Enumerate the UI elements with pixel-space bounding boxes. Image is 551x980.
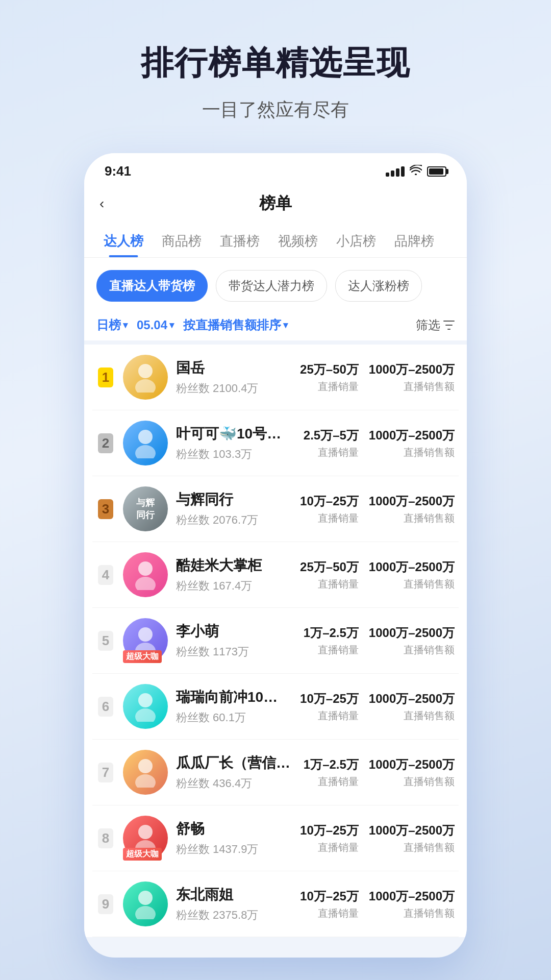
svg-point-7 xyxy=(138,627,153,642)
filter-button[interactable]: 筛选 xyxy=(416,317,455,333)
avatar xyxy=(123,881,168,926)
svg-point-16 xyxy=(135,906,156,919)
tab-product[interactable]: 商品榜 xyxy=(153,223,211,257)
stats: 1万–2.5万 直播销量 1000万–2500万 直播销售额 xyxy=(304,756,455,789)
svg-point-1 xyxy=(138,364,153,378)
avatar xyxy=(123,750,168,795)
svg-point-5 xyxy=(138,561,153,576)
svg-point-11 xyxy=(138,759,153,773)
user-info: 与辉同行 粉丝数 2076.7万 xyxy=(176,490,292,528)
user-fans: 粉丝数 2076.7万 xyxy=(176,512,292,528)
svg-point-10 xyxy=(135,708,156,722)
tab-daren[interactable]: 达人榜 xyxy=(94,223,153,257)
user-fans: 粉丝数 2100.4万 xyxy=(176,381,292,396)
svg-point-12 xyxy=(135,774,156,788)
avatar xyxy=(123,421,168,465)
user-info: 舒畅 粉丝数 1437.9万 xyxy=(176,819,292,857)
user-info: 瑞瑞向前冲10号早... 粉丝数 60.1万 xyxy=(176,688,292,725)
user-name: 瓜瓜厂长（营信工... xyxy=(176,753,295,773)
user-fans: 粉丝数 167.4万 xyxy=(176,578,292,594)
list-item[interactable]: 3 与辉同行 与辉同行 粉丝数 2076.7万 10万–25万 直播销量 100… xyxy=(92,476,459,542)
avatar xyxy=(123,552,168,597)
stats: 10万–25万 直播销量 1000万–2500万 直播销售额 xyxy=(300,888,455,920)
avatar xyxy=(123,684,168,729)
sort-date[interactable]: 05.04▾ xyxy=(137,318,174,332)
list-item[interactable]: 6 瑞瑞向前冲10号早... 粉丝数 60.1万 10万–25万 直播销量 10… xyxy=(92,674,459,740)
rank-badge: 9 xyxy=(96,894,115,914)
svg-point-0 xyxy=(415,174,417,175)
rank-badge: 2 xyxy=(96,433,115,453)
user-name: 叶可可🐳10号下午... xyxy=(176,424,295,444)
signal-icon xyxy=(386,166,405,177)
svg-point-9 xyxy=(138,693,153,707)
filter-fans-growth[interactable]: 达人涨粉榜 xyxy=(335,270,422,302)
user-name: 舒畅 xyxy=(176,819,292,839)
rank-badge: 4 xyxy=(96,565,115,585)
rank-badge: 7 xyxy=(96,763,115,782)
sort-bar: 日榜▾ 05.04▾ 按直播销售额排序▾ 筛选 xyxy=(84,310,467,340)
svg-point-2 xyxy=(135,379,156,393)
tab-live[interactable]: 直播榜 xyxy=(211,223,269,257)
user-info: 酷娃米大掌柜 粉丝数 167.4万 xyxy=(176,556,292,594)
avatar: 超级大咖 xyxy=(123,618,168,663)
rank-badge: 8 xyxy=(96,828,115,848)
user-fans: 粉丝数 2375.8万 xyxy=(176,908,292,923)
user-info: 瓜瓜厂长（营信工... 粉丝数 436.4万 xyxy=(176,753,295,791)
list-item[interactable]: 8 超级大咖 舒畅 粉丝数 1437.9万 10万–25万 直播销量 1000万… xyxy=(92,805,459,871)
rank-badge: 5 xyxy=(96,631,115,651)
rank-badge: 3 xyxy=(96,499,115,519)
wifi-icon xyxy=(410,165,422,178)
user-fans: 粉丝数 60.1万 xyxy=(176,710,292,725)
page-title: 榜单 xyxy=(259,192,292,215)
avatar: 超级大咖 xyxy=(123,816,168,861)
status-bar: 9:41 xyxy=(84,153,467,184)
battery-icon xyxy=(427,166,446,177)
user-name: 酷娃米大掌柜 xyxy=(176,556,292,575)
nav-bar: ‹ 榜单 xyxy=(84,184,467,223)
user-fans: 粉丝数 1437.9万 xyxy=(176,842,292,857)
list-item[interactable]: 4 酷娃米大掌柜 粉丝数 167.4万 25万–50万 直播销量 1000万–2… xyxy=(92,542,459,608)
rank-badge: 1 xyxy=(96,368,115,387)
list-item[interactable]: 5 超级大咖 李小萌 粉丝数 1173万 1万–2.5万 直播销量 1000万–… xyxy=(92,608,459,674)
avatar xyxy=(123,355,168,400)
svg-point-4 xyxy=(135,445,156,458)
stats: 25万–50万 直播销量 1000万–2500万 直播销售额 xyxy=(300,361,455,394)
list-item[interactable]: 2 叶可可🐳10号下午... 粉丝数 103.3万 2.5万–5万 直播销量 1… xyxy=(92,410,459,476)
list-item[interactable]: 9 东北雨姐 粉丝数 2375.8万 10万–25万 直播销量 1000万–25… xyxy=(92,871,459,937)
filter-live-streamer[interactable]: 直播达人带货榜 xyxy=(96,270,208,302)
stats: 1万–2.5万 直播销量 1000万–2500万 直播销售额 xyxy=(304,625,455,657)
user-name: 李小萌 xyxy=(176,622,295,641)
svg-point-6 xyxy=(135,577,156,590)
tab-shop[interactable]: 小店榜 xyxy=(327,223,385,257)
stats: 25万–50万 直播销量 1000万–2500万 直播销售额 xyxy=(300,559,455,591)
rank-badge: 6 xyxy=(96,697,115,717)
status-time: 9:41 xyxy=(105,163,131,179)
user-info: 东北雨姐 粉丝数 2375.8万 xyxy=(176,885,292,923)
filter-buttons: 直播达人带货榜 带货达人潜力榜 达人涨粉榜 xyxy=(84,258,467,310)
user-info: 国岳 粉丝数 2100.4万 xyxy=(176,358,292,396)
tab-video[interactable]: 视频榜 xyxy=(269,223,327,257)
tab-bar: 达人榜 商品榜 直播榜 视频榜 小店榜 品牌榜 xyxy=(84,223,467,258)
stats: 10万–25万 直播销量 1000万–2500万 直播销售额 xyxy=(300,822,455,854)
phone-frame: 9:41 ‹ 榜单 达人榜 商品榜 直播榜 视频榜 小店榜 品牌榜 xyxy=(84,153,467,958)
avatar: 与辉同行 xyxy=(123,486,168,531)
sort-day[interactable]: 日榜▾ xyxy=(96,317,128,333)
promo-title: 排行榜单精选呈现 xyxy=(141,41,410,85)
rankings-list: 1 国岳 粉丝数 2100.4万 25万–50万 直播销量 1000万–2500… xyxy=(84,345,467,937)
status-icons xyxy=(386,165,446,178)
stats: 10万–25万 直播销量 1000万–2500万 直播销售额 xyxy=(300,493,455,525)
filter-potential[interactable]: 带货达人潜力榜 xyxy=(216,270,327,302)
tab-brand[interactable]: 品牌榜 xyxy=(385,223,443,257)
user-name: 瑞瑞向前冲10号早... xyxy=(176,688,292,707)
promo-subtitle: 一目了然应有尽有 xyxy=(202,97,349,122)
svg-point-15 xyxy=(138,891,153,905)
list-item[interactable]: 7 瓜瓜厂长（营信工... 粉丝数 436.4万 1万–2.5万 直播销量 10… xyxy=(92,740,459,805)
list-item[interactable]: 1 国岳 粉丝数 2100.4万 25万–50万 直播销量 1000万–2500… xyxy=(92,345,459,410)
back-button[interactable]: ‹ xyxy=(99,195,104,212)
sort-by[interactable]: 按直播销售额排序▾ xyxy=(183,317,288,333)
user-info: 李小萌 粉丝数 1173万 xyxy=(176,622,295,659)
svg-point-3 xyxy=(138,430,153,444)
user-name: 与辉同行 xyxy=(176,490,292,509)
user-name: 东北雨姐 xyxy=(176,885,292,904)
user-fans: 粉丝数 103.3万 xyxy=(176,447,295,462)
